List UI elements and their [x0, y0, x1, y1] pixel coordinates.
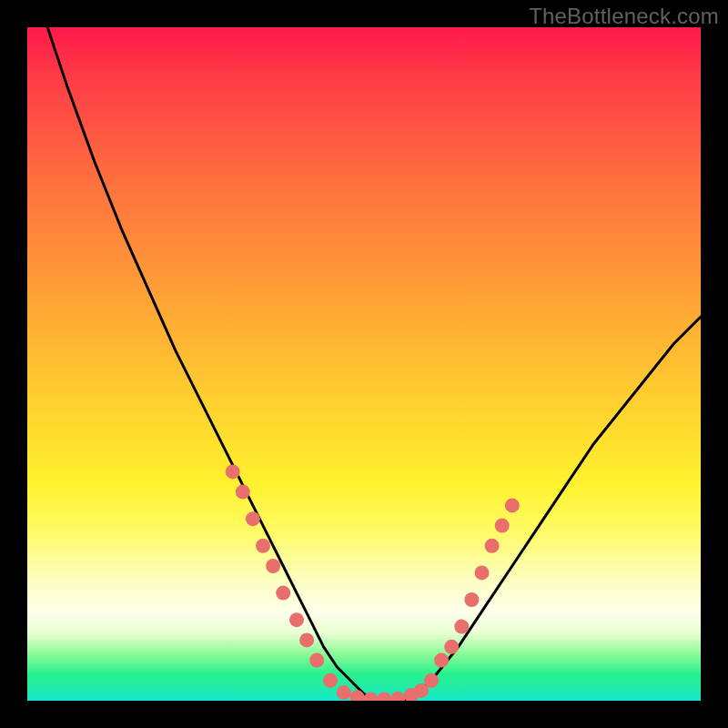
curve-marker — [434, 653, 449, 668]
curve-marker — [464, 592, 479, 607]
plot-svg — [27, 27, 701, 701]
curve-marker — [236, 485, 250, 500]
curve-marker — [424, 673, 439, 688]
chart-frame: TheBottleneck.com — [0, 0, 728, 728]
curve-marker — [256, 539, 270, 553]
curve-marker — [323, 673, 338, 688]
plot-area — [27, 27, 701, 701]
curve-marker — [309, 653, 324, 668]
watermark-text: TheBottleneck.com — [529, 4, 719, 29]
curve-marker — [454, 620, 469, 634]
curve-marker — [495, 519, 510, 533]
curve-marker — [444, 640, 459, 654]
curve-marker — [276, 586, 290, 601]
curve-marker — [485, 539, 500, 553]
curve-marker — [377, 693, 391, 702]
curve-marker — [246, 511, 260, 526]
curve-marker — [475, 565, 490, 580]
curve-marker — [289, 612, 304, 627]
curve-marker — [390, 692, 405, 701]
bottleneck-curve — [47, 27, 701, 701]
curve-marker — [226, 464, 240, 479]
curve-marker — [337, 685, 351, 700]
curve-marker — [266, 559, 280, 573]
curve-marker — [505, 498, 520, 512]
curve-markers — [226, 464, 520, 701]
curve-marker — [299, 632, 314, 647]
